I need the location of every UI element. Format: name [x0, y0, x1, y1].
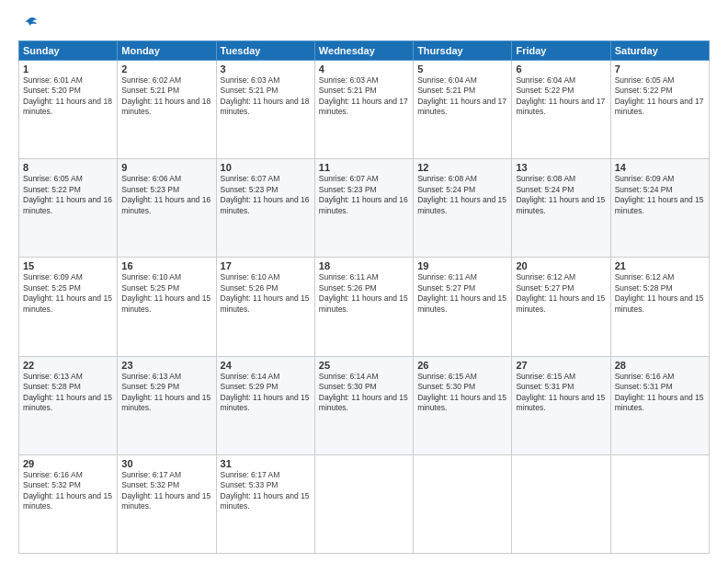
weekday-header-monday: Monday [118, 41, 216, 61]
day-number: 4 [319, 63, 409, 75]
calendar-cell [314, 454, 413, 553]
logo [18, 15, 39, 33]
calendar-cell: 17 Sunrise: 6:10 AMSunset: 5:26 PMDaylig… [216, 258, 314, 356]
day-number: 16 [121, 260, 211, 271]
day-info: Sunrise: 6:14 AMSunset: 5:30 PMDaylight:… [319, 372, 408, 412]
calendar-cell: 3 Sunrise: 6:03 AMSunset: 5:21 PMDayligh… [216, 61, 314, 159]
day-number: 20 [516, 260, 606, 271]
calendar-cell: 23 Sunrise: 6:13 AMSunset: 5:29 PMDaylig… [118, 356, 216, 454]
calendar-cell: 13 Sunrise: 6:08 AMSunset: 5:24 PMDaylig… [512, 159, 610, 258]
weekday-header-tuesday: Tuesday [216, 41, 314, 61]
calendar-cell: 7 Sunrise: 6:05 AMSunset: 5:22 PMDayligh… [610, 61, 709, 159]
calendar-cell: 26 Sunrise: 6:15 AMSunset: 5:30 PMDaylig… [414, 356, 512, 454]
calendar-week-3: 15 Sunrise: 6:09 AMSunset: 5:25 PMDaylig… [19, 258, 710, 356]
day-info: Sunrise: 6:08 AMSunset: 5:24 PMDaylight:… [516, 174, 605, 214]
day-number: 10 [221, 162, 311, 173]
calendar-cell: 30 Sunrise: 6:17 AMSunset: 5:32 PMDaylig… [118, 454, 216, 553]
day-info: Sunrise: 6:04 AMSunset: 5:22 PMDaylight:… [516, 75, 605, 116]
calendar-cell: 4 Sunrise: 6:03 AMSunset: 5:21 PMDayligh… [314, 61, 413, 159]
weekday-header-saturday: Saturday [610, 41, 709, 61]
calendar-week-2: 8 Sunrise: 6:05 AMSunset: 5:22 PMDayligh… [19, 159, 710, 258]
day-info: Sunrise: 6:03 AMSunset: 5:21 PMDaylight:… [221, 75, 310, 116]
day-number: 7 [615, 63, 705, 75]
header [18, 15, 710, 33]
calendar-cell: 16 Sunrise: 6:10 AMSunset: 5:25 PMDaylig… [118, 258, 216, 356]
day-number: 26 [417, 360, 507, 371]
day-number: 11 [319, 162, 409, 173]
day-number: 5 [417, 63, 507, 75]
calendar-cell: 24 Sunrise: 6:14 AMSunset: 5:29 PMDaylig… [216, 356, 314, 454]
calendar-cell: 18 Sunrise: 6:11 AMSunset: 5:26 PMDaylig… [314, 258, 413, 356]
day-number: 3 [221, 63, 311, 75]
calendar-cell [512, 454, 610, 553]
day-info: Sunrise: 6:13 AMSunset: 5:29 PMDaylight:… [121, 372, 210, 412]
day-number: 22 [23, 360, 113, 371]
day-info: Sunrise: 6:12 AMSunset: 5:28 PMDaylight:… [615, 272, 704, 313]
calendar-table: SundayMondayTuesdayWednesdayThursdayFrid… [18, 40, 710, 554]
calendar-cell: 31 Sunrise: 6:17 AMSunset: 5:33 PMDaylig… [216, 454, 314, 553]
day-number: 24 [221, 360, 311, 371]
day-info: Sunrise: 6:16 AMSunset: 5:31 PMDaylight:… [615, 372, 704, 412]
calendar-cell: 19 Sunrise: 6:11 AMSunset: 5:27 PMDaylig… [414, 258, 512, 356]
day-info: Sunrise: 6:08 AMSunset: 5:24 PMDaylight:… [417, 174, 506, 214]
day-number: 29 [23, 458, 113, 469]
calendar-cell: 2 Sunrise: 6:02 AMSunset: 5:21 PMDayligh… [118, 61, 216, 159]
day-info: Sunrise: 6:11 AMSunset: 5:26 PMDaylight:… [319, 272, 408, 313]
day-info: Sunrise: 6:02 AMSunset: 5:21 PMDaylight:… [121, 75, 210, 116]
day-info: Sunrise: 6:17 AMSunset: 5:32 PMDaylight:… [121, 470, 210, 511]
calendar-cell: 11 Sunrise: 6:07 AMSunset: 5:23 PMDaylig… [314, 159, 413, 258]
day-info: Sunrise: 6:05 AMSunset: 5:22 PMDaylight:… [23, 174, 112, 214]
day-info: Sunrise: 6:09 AMSunset: 5:24 PMDaylight:… [615, 174, 704, 214]
day-info: Sunrise: 6:01 AMSunset: 5:20 PMDaylight:… [23, 75, 112, 116]
day-info: Sunrise: 6:10 AMSunset: 5:26 PMDaylight:… [221, 272, 310, 313]
day-number: 2 [121, 63, 211, 75]
day-info: Sunrise: 6:13 AMSunset: 5:28 PMDaylight:… [23, 372, 112, 412]
day-info: Sunrise: 6:17 AMSunset: 5:33 PMDaylight:… [221, 470, 310, 511]
calendar-cell: 28 Sunrise: 6:16 AMSunset: 5:31 PMDaylig… [610, 356, 709, 454]
day-number: 13 [516, 162, 606, 173]
day-info: Sunrise: 6:09 AMSunset: 5:25 PMDaylight:… [23, 272, 112, 313]
day-number: 21 [615, 260, 705, 271]
page: SundayMondayTuesdayWednesdayThursdayFrid… [0, 0, 728, 563]
weekday-header-sunday: Sunday [19, 41, 118, 61]
day-info: Sunrise: 6:15 AMSunset: 5:30 PMDaylight:… [417, 372, 506, 412]
calendar-cell: 1 Sunrise: 6:01 AMSunset: 5:20 PMDayligh… [19, 61, 118, 159]
day-number: 31 [221, 458, 311, 469]
calendar-cell: 22 Sunrise: 6:13 AMSunset: 5:28 PMDaylig… [19, 356, 118, 454]
calendar-cell: 12 Sunrise: 6:08 AMSunset: 5:24 PMDaylig… [414, 159, 512, 258]
day-number: 9 [121, 162, 211, 173]
day-number: 12 [417, 162, 507, 173]
day-info: Sunrise: 6:10 AMSunset: 5:25 PMDaylight:… [121, 272, 210, 313]
calendar-cell: 6 Sunrise: 6:04 AMSunset: 5:22 PMDayligh… [512, 61, 610, 159]
day-number: 14 [615, 162, 705, 173]
day-info: Sunrise: 6:06 AMSunset: 5:23 PMDaylight:… [121, 174, 210, 214]
day-info: Sunrise: 6:07 AMSunset: 5:23 PMDaylight:… [319, 174, 408, 214]
calendar-cell [414, 454, 512, 553]
calendar-week-5: 29 Sunrise: 6:16 AMSunset: 5:32 PMDaylig… [19, 454, 710, 553]
day-number: 30 [121, 458, 211, 469]
day-info: Sunrise: 6:04 AMSunset: 5:21 PMDaylight:… [417, 75, 506, 116]
calendar-cell: 9 Sunrise: 6:06 AMSunset: 5:23 PMDayligh… [118, 159, 216, 258]
day-number: 19 [417, 260, 507, 271]
calendar-cell: 5 Sunrise: 6:04 AMSunset: 5:21 PMDayligh… [414, 61, 512, 159]
calendar-cell: 10 Sunrise: 6:07 AMSunset: 5:23 PMDaylig… [216, 159, 314, 258]
calendar-cell: 20 Sunrise: 6:12 AMSunset: 5:27 PMDaylig… [512, 258, 610, 356]
day-number: 15 [23, 260, 113, 271]
logo-bird-icon [20, 15, 39, 33]
calendar-week-1: 1 Sunrise: 6:01 AMSunset: 5:20 PMDayligh… [19, 61, 710, 159]
day-info: Sunrise: 6:03 AMSunset: 5:21 PMDaylight:… [319, 75, 408, 116]
day-number: 27 [516, 360, 606, 371]
day-info: Sunrise: 6:11 AMSunset: 5:27 PMDaylight:… [417, 272, 506, 313]
day-number: 25 [319, 360, 409, 371]
calendar-cell [610, 454, 709, 553]
day-number: 1 [23, 63, 113, 75]
day-number: 6 [516, 63, 606, 75]
calendar-cell: 27 Sunrise: 6:15 AMSunset: 5:31 PMDaylig… [512, 356, 610, 454]
weekday-header-thursday: Thursday [414, 41, 512, 61]
weekday-header-wednesday: Wednesday [314, 41, 413, 61]
day-number: 18 [319, 260, 409, 271]
day-info: Sunrise: 6:15 AMSunset: 5:31 PMDaylight:… [516, 372, 605, 412]
calendar-cell: 14 Sunrise: 6:09 AMSunset: 5:24 PMDaylig… [610, 159, 709, 258]
day-info: Sunrise: 6:12 AMSunset: 5:27 PMDaylight:… [516, 272, 605, 313]
day-number: 23 [121, 360, 211, 371]
